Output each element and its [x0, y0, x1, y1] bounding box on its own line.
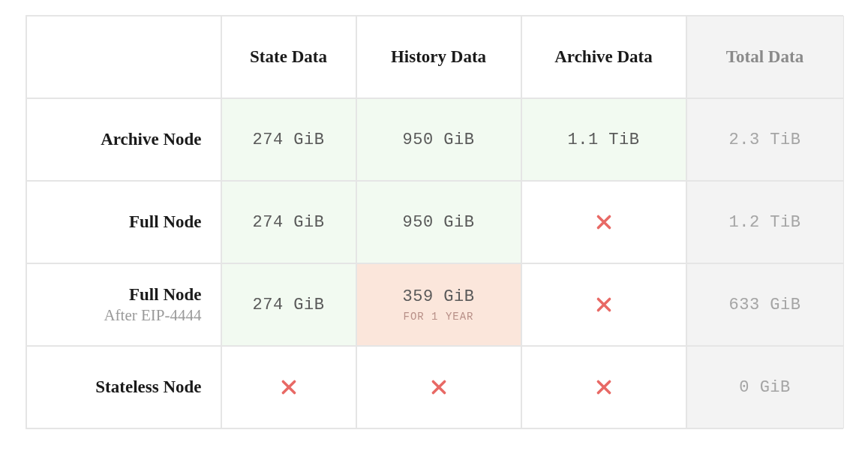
- cell-eip-state: 274 GiB: [221, 263, 356, 346]
- cell-eip-history: 359 GiB FOR 1 YEAR: [356, 263, 521, 346]
- cross-icon: [594, 295, 614, 314]
- cell-archive-archive: 1.1 TiB: [521, 98, 686, 181]
- row-label: Stateless Node: [95, 377, 201, 397]
- cell-full-total: 1.2 TiB: [686, 181, 844, 263]
- cell-stateless-state: [221, 346, 356, 428]
- cross-icon: [594, 212, 614, 232]
- cell-value: 359 GiB: [403, 287, 475, 306]
- cross-icon: [429, 377, 449, 397]
- row-label: Full Node: [129, 285, 201, 305]
- cell-full-history: 950 GiB: [356, 181, 521, 263]
- cell-stateless-archive: [521, 346, 686, 428]
- column-header-state: State Data: [221, 16, 356, 98]
- row-header-archive-node: Archive Node: [26, 98, 221, 181]
- cell-archive-history: 950 GiB: [356, 98, 521, 181]
- cell-value: 950 GiB: [403, 131, 475, 149]
- cell-eip-total: 633 GiB: [686, 263, 844, 346]
- cell-value: 0 GiB: [739, 378, 791, 397]
- node-storage-table: State Data History Data Archive Data Tot…: [26, 15, 843, 429]
- table-corner: [26, 16, 221, 98]
- row-header-full-node: Full Node: [26, 181, 221, 263]
- cell-value: 2.3 TiB: [729, 131, 801, 149]
- cell-value: 1.1 TiB: [568, 131, 640, 149]
- cell-eip-archive: [521, 263, 686, 346]
- cross-icon: [279, 377, 299, 397]
- row-header-stateless-node: Stateless Node: [26, 346, 221, 428]
- cell-stateless-history: [356, 346, 521, 428]
- cell-value: 1.2 TiB: [729, 213, 801, 232]
- row-label: Archive Node: [101, 130, 201, 149]
- cell-value: 950 GiB: [403, 213, 475, 232]
- cell-value: 274 GiB: [253, 131, 325, 149]
- row-label: Full Node: [129, 212, 201, 232]
- cell-full-state: 274 GiB: [221, 181, 356, 263]
- row-header-full-node-eip: Full Node After EIP-4444: [26, 263, 221, 346]
- cell-archive-state: 274 GiB: [221, 98, 356, 181]
- row-subtitle: After EIP-4444: [104, 306, 201, 325]
- cell-archive-total: 2.3 TiB: [686, 98, 844, 181]
- cell-value: 274 GiB: [253, 296, 325, 314]
- cell-value: 633 GiB: [729, 296, 801, 314]
- column-header-archive: Archive Data: [521, 16, 686, 98]
- cell-stateless-total: 0 GiB: [686, 346, 844, 428]
- cell-full-archive: [521, 181, 686, 263]
- column-header-history: History Data: [356, 16, 521, 98]
- cell-note: FOR 1 YEAR: [403, 311, 473, 323]
- cell-value: 274 GiB: [253, 213, 325, 232]
- cross-icon: [594, 377, 614, 397]
- column-header-total: Total Data: [686, 16, 844, 98]
